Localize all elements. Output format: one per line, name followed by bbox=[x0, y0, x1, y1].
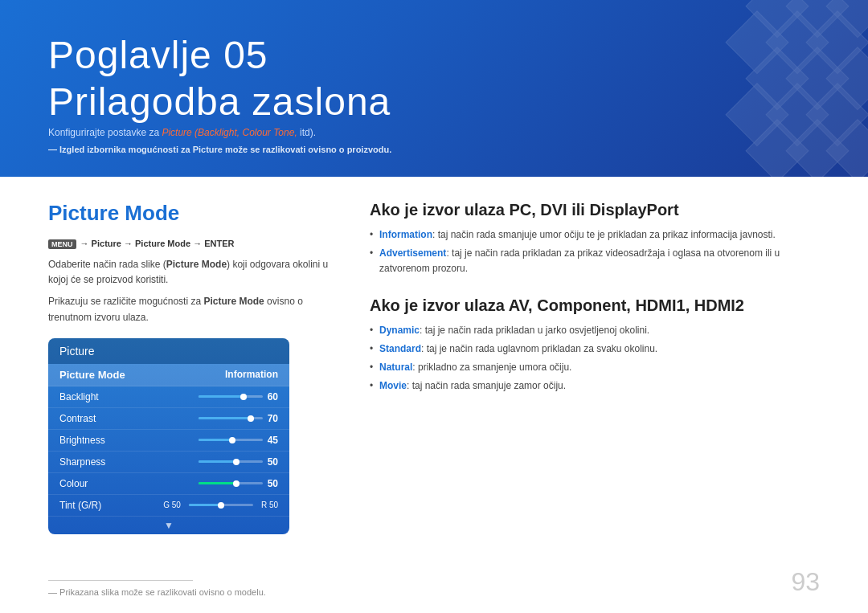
backlight-track bbox=[199, 395, 263, 398]
description-1: Odaberite način rada slike (Picture Mode… bbox=[48, 257, 338, 288]
panel-row-brightness[interactable]: Brightness 45 bbox=[48, 430, 289, 452]
panel-label-colour: Colour bbox=[59, 478, 199, 489]
tint-slider: G 50 R 50 bbox=[163, 501, 278, 509]
panel-value-brightness: 45 bbox=[268, 435, 278, 446]
footer: ― Prikazana slika može se razlikovati ov… bbox=[48, 580, 820, 597]
colour-slider: 50 bbox=[199, 478, 278, 489]
av-bullet-list: Dynamic: taj je način rada prikladan u j… bbox=[370, 323, 820, 394]
header-note: ― Izgled izbornika mogućnosti za Picture… bbox=[48, 145, 391, 154]
tint-fill bbox=[189, 504, 221, 506]
term-dynamic: Dynamic bbox=[379, 325, 420, 336]
brightness-slider: 45 bbox=[199, 435, 278, 446]
term-natural: Natural bbox=[379, 362, 412, 373]
tint-thumb bbox=[218, 502, 224, 509]
chapter-line: Poglavlje 05 bbox=[48, 34, 268, 76]
colour-thumb bbox=[233, 480, 240, 487]
panel-row-tint[interactable]: Tint (G/R) G 50 R 50 bbox=[48, 495, 289, 517]
panel-header: Picture bbox=[48, 338, 289, 364]
panel-row-sharpness[interactable]: Sharpness 50 bbox=[48, 452, 289, 473]
bullet-dynamic: Dynamic: taj je način rada prikladan u j… bbox=[370, 323, 820, 338]
panel-row-picture-mode[interactable]: Picture Mode Information bbox=[48, 364, 289, 386]
panel-row-colour[interactable]: Colour 50 bbox=[48, 473, 289, 495]
title-line: Prilagodba zaslona bbox=[48, 80, 391, 123]
sharpness-thumb bbox=[233, 459, 240, 465]
colour-track bbox=[199, 482, 263, 484]
text-standard: : taj je način rada uglavnom prikladan z… bbox=[421, 343, 657, 354]
colour-fill bbox=[199, 482, 236, 484]
panel-value-sharpness: 50 bbox=[268, 456, 278, 468]
backlight-thumb bbox=[240, 394, 247, 400]
contrast-slider: 70 bbox=[199, 413, 278, 424]
description-2: Prikazuju se različite mogućnosti za Pic… bbox=[48, 294, 338, 325]
header-title: Poglavlje 05 Prilagodba zaslona bbox=[48, 32, 391, 125]
left-column: Picture Mode MENU → Picture → Picture Mo… bbox=[48, 201, 338, 549]
backlight-fill bbox=[199, 395, 244, 398]
header-pattern bbox=[498, 0, 868, 177]
sharpness-slider: 50 bbox=[199, 456, 278, 468]
page-number: 93 bbox=[791, 567, 820, 597]
bullet-advertisement: Advertisement: taj je način rada priklad… bbox=[370, 246, 820, 276]
term-movie: Movie bbox=[379, 380, 407, 391]
picture-mode-title: Picture Mode bbox=[48, 201, 338, 226]
menu-path: MENU → Picture → Picture Mode → ENTER bbox=[48, 239, 338, 249]
section-av-title: Ako je izvor ulaza AV, Component, HDMI1,… bbox=[370, 296, 820, 315]
sharpness-fill bbox=[199, 460, 236, 463]
panel-label-contrast: Contrast bbox=[59, 413, 199, 424]
brightness-track bbox=[199, 439, 263, 441]
right-column: Ako je izvor ulaza PC, DVI ili DisplayPo… bbox=[370, 201, 820, 549]
bullet-natural: Natural: prikladno za smanjenje umora oč… bbox=[370, 360, 820, 375]
term-information: Information bbox=[379, 229, 432, 240]
panel-label-picture-mode: Picture Mode bbox=[59, 369, 225, 381]
tint-g-value: G 50 bbox=[163, 501, 181, 509]
term-standard: Standard bbox=[379, 343, 421, 354]
panel-value-picture-mode: Information bbox=[225, 369, 278, 380]
text-natural: : prikladno za smanjenje umora očiju. bbox=[412, 362, 571, 373]
panel-value-colour: 50 bbox=[268, 478, 278, 489]
tint-track bbox=[189, 504, 253, 506]
header-subtitle: Konfigurirajte postavke za Picture (Back… bbox=[48, 127, 316, 138]
panel-label-brightness: Brightness bbox=[59, 435, 199, 446]
text-dynamic: : taj je način rada prikladan u jarko os… bbox=[420, 325, 649, 336]
contrast-thumb bbox=[248, 415, 254, 422]
term-advertisement: Advertisement bbox=[379, 247, 446, 259]
panel-row-backlight[interactable]: Backlight 60 bbox=[48, 386, 289, 408]
backlight-slider: 60 bbox=[199, 391, 278, 403]
contrast-fill bbox=[199, 417, 252, 419]
bullet-information: Information: taj način rada smanjuje umo… bbox=[370, 227, 820, 243]
panel-chevron-down: ▼ bbox=[48, 517, 289, 534]
bullet-standard: Standard: taj je način rada uglavnom pri… bbox=[370, 341, 820, 357]
section-pc-title: Ako je izvor ulaza PC, DVI ili DisplayPo… bbox=[370, 201, 820, 219]
picture-panel: Picture Picture Mode Information Backlig… bbox=[48, 338, 289, 534]
main-content: Picture Mode MENU → Picture → Picture Mo… bbox=[0, 177, 868, 565]
panel-row-contrast[interactable]: Contrast 70 bbox=[48, 408, 289, 430]
bullet-movie: Movie: taj način rada smanjuje zamor oči… bbox=[370, 378, 820, 394]
section-av-hdmi: Ako je izvor ulaza AV, Component, HDMI1,… bbox=[370, 296, 820, 394]
text-movie: : taj način rada smanjuje zamor očiju. bbox=[407, 380, 566, 391]
brightness-fill bbox=[199, 439, 232, 441]
panel-value-backlight: 60 bbox=[268, 391, 278, 403]
sharpness-track bbox=[199, 460, 263, 463]
header: Poglavlje 05 Prilagodba zaslona Konfigur… bbox=[0, 0, 868, 177]
text-information: : taj način rada smanjuje umor očiju te … bbox=[432, 229, 776, 240]
panel-label-sharpness: Sharpness bbox=[59, 456, 199, 468]
contrast-track bbox=[199, 417, 263, 419]
pc-bullet-list: Information: taj način rada smanjuje umo… bbox=[370, 227, 820, 277]
brightness-thumb bbox=[229, 437, 235, 443]
footer-note: ― Prikazana slika može se razlikovati ov… bbox=[48, 587, 820, 597]
footer-divider bbox=[48, 580, 193, 581]
tint-r-value: R 50 bbox=[261, 501, 278, 509]
section-pc-dvi: Ako je izvor ulaza PC, DVI ili DisplayPo… bbox=[370, 201, 820, 277]
panel-value-contrast: 70 bbox=[268, 413, 278, 424]
panel-label-tint: Tint (G/R) bbox=[59, 500, 163, 511]
menu-icon: MENU bbox=[48, 239, 76, 249]
panel-label-backlight: Backlight bbox=[59, 391, 199, 403]
